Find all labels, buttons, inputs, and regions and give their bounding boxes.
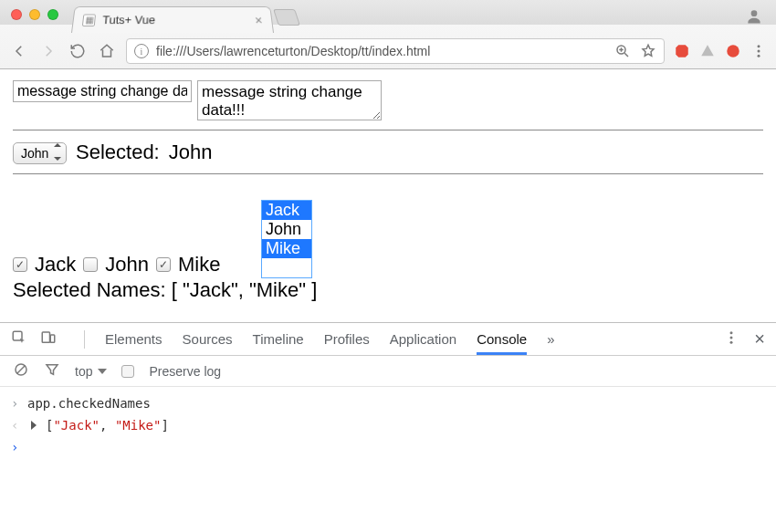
svg-rect-8 [42, 332, 49, 342]
zoom-icon[interactable] [614, 43, 631, 59]
svg-point-0 [751, 10, 758, 16]
home-button[interactable] [97, 41, 117, 61]
svg-point-6 [758, 55, 760, 57]
window-traffic-lights [11, 9, 58, 20]
selected-names-label: Selected Names: [13, 278, 166, 301]
browser-chrome: ▦ Tuts+ Vue × i file:///Users/lawrencetu… [0, 0, 776, 69]
console-prompt-icon[interactable]: › [11, 436, 20, 458]
divider [13, 130, 763, 130]
devtools-tabs-overflow[interactable]: » [547, 331, 554, 347]
devtools-tab-console[interactable]: Console [477, 331, 527, 347]
extension-adblock-icon[interactable] [674, 43, 690, 59]
browser-menu-button[interactable] [750, 43, 767, 59]
tab-close-icon[interactable]: × [254, 13, 263, 26]
svg-point-11 [730, 337, 733, 339]
extension-icon[interactable] [699, 43, 716, 59]
window-zoom-button[interactable] [47, 9, 58, 20]
device-toolbar-icon[interactable] [40, 329, 57, 349]
divider [84, 330, 85, 349]
selected-value: John [169, 141, 213, 164]
svg-rect-9 [50, 335, 55, 342]
output-chevron-icon: ‹ [11, 414, 20, 436]
omnibox-actions [614, 43, 656, 59]
svg-point-5 [758, 50, 760, 53]
window-close-button[interactable] [11, 9, 22, 20]
checkbox-mike[interactable]: ✓ [156, 257, 171, 272]
expand-triangle-icon[interactable] [31, 421, 37, 430]
name-select[interactable]: John [13, 142, 67, 164]
name-select-wrap: John [13, 140, 67, 164]
checkbox-john[interactable] [83, 257, 98, 272]
devtools-tabbar: Elements Sources Timeline Profiles Appli… [0, 323, 776, 356]
address-bar[interactable]: i file:///Users/lawrenceturton/Desktop/t… [126, 38, 665, 64]
message-text-input[interactable] [13, 80, 192, 102]
name-multiselect[interactable]: Jack John Mike [261, 200, 312, 278]
reload-button[interactable] [68, 41, 88, 61]
context-selector[interactable]: top [75, 364, 107, 379]
devtools-tab-elements[interactable]: Elements [105, 331, 163, 347]
preserve-log-checkbox[interactable] [121, 365, 134, 378]
account-icon[interactable] [745, 7, 763, 26]
message-textarea[interactable]: message string change data!!! [197, 80, 382, 120]
browser-tab[interactable]: ▦ Tuts+ Vue × [71, 6, 274, 33]
devtools-menu-icon[interactable] [723, 329, 739, 349]
filter-icon[interactable] [44, 361, 60, 381]
window-minimize-button[interactable] [29, 9, 40, 20]
back-button[interactable] [9, 41, 29, 61]
devtools: Elements Sources Timeline Profiles Appli… [0, 322, 776, 532]
chevron-down-icon [98, 369, 107, 374]
tab-favicon-icon: ▦ [82, 14, 96, 26]
console-array-output: ["Jack", "Mike"] [46, 414, 169, 436]
svg-point-12 [730, 341, 733, 344]
checkbox-label: John [105, 253, 149, 276]
input-chevron-icon: › [11, 392, 20, 414]
bookmark-icon[interactable] [640, 43, 656, 59]
browser-toolbar: i file:///Users/lawrenceturton/Desktop/t… [0, 33, 776, 69]
selected-label: Selected: [76, 141, 160, 164]
console-output: › app.checkedNames ‹ ["Jack", "Mike"] › [0, 387, 776, 464]
inspect-element-icon[interactable] [11, 329, 27, 349]
svg-point-4 [758, 45, 760, 47]
context-label: top [75, 364, 92, 379]
console-toolbar: top Preserve log [0, 356, 776, 387]
svg-point-10 [730, 331, 733, 334]
selected-names-value: [ "Jack", "Mike" ] [172, 278, 318, 301]
tab-title: Tuts+ Vue [102, 14, 156, 26]
console-input-echo: app.checkedNames [27, 392, 151, 414]
svg-point-3 [727, 45, 739, 57]
page-content: message string change data!!! John Selec… [0, 69, 776, 309]
devtools-tab-sources[interactable]: Sources [183, 331, 233, 347]
checkbox-label: Mike [178, 253, 220, 276]
site-info-icon[interactable]: i [134, 44, 149, 58]
forward-button[interactable] [38, 41, 58, 61]
checkbox-jack[interactable]: ✓ [13, 257, 27, 272]
clear-console-icon[interactable] [13, 361, 29, 381]
preserve-log-label: Preserve log [149, 364, 221, 379]
devtools-tab-timeline[interactable]: Timeline [253, 331, 304, 347]
multiselect-padding [262, 258, 311, 277]
devtools-tab-application[interactable]: Application [390, 331, 456, 347]
multiselect-option[interactable]: Mike [262, 239, 311, 258]
new-tab-button[interactable] [273, 9, 300, 26]
divider [13, 173, 763, 174]
devtools-tab-profiles[interactable]: Profiles [324, 331, 370, 347]
devtools-close-icon[interactable]: × [754, 329, 765, 349]
extension-circle-icon[interactable] [725, 43, 741, 59]
url-text: file:///Users/lawrenceturton/Desktop/tt/… [156, 44, 614, 58]
multiselect-option[interactable]: Jack [262, 201, 311, 220]
checkbox-label: Jack [35, 253, 76, 276]
svg-marker-2 [676, 45, 688, 57]
multiselect-option[interactable]: John [262, 220, 311, 239]
